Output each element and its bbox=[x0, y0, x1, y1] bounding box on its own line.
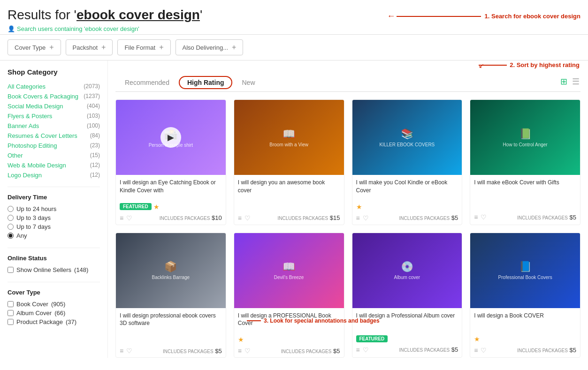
menu-icon-6[interactable]: ≡ bbox=[238, 347, 242, 355]
featured-badge-7: FEATURED bbox=[356, 335, 388, 342]
price-section-8: INCLUDES PACKAGES $5 bbox=[517, 347, 576, 354]
footer-actions-6: ≡ ♡ bbox=[238, 347, 251, 355]
badge-row-8: ★ bbox=[470, 333, 580, 345]
sidebar-item-label[interactable]: Photoshop Editing bbox=[8, 142, 57, 149]
sidebar-item-other[interactable]: Other (15) bbox=[8, 151, 100, 160]
user-search-text[interactable]: Search users containing 'ebook cover des… bbox=[17, 25, 139, 32]
sidebar-item-count: (12) bbox=[90, 172, 100, 179]
sidebar-item-photoshop[interactable]: Photoshop Editing (23) bbox=[8, 141, 100, 151]
product-card-4[interactable]: 📗 How to Control Anger I will make eBook… bbox=[470, 99, 580, 225]
view-toggle: ⊞ ☰ bbox=[559, 76, 580, 91]
delivery-7d[interactable]: Up to 7 days bbox=[8, 222, 100, 231]
list-view-button[interactable]: ☰ bbox=[571, 76, 580, 88]
grid-view-button[interactable]: ⊞ bbox=[559, 76, 568, 88]
product-thumb-4: 📗 How to Control Anger bbox=[470, 100, 580, 175]
menu-icon-1[interactable]: ≡ bbox=[120, 214, 123, 222]
price-7: $5 bbox=[451, 346, 458, 353]
sidebar-item-resumes[interactable]: Resumes & Cover Letters (84) bbox=[8, 131, 100, 141]
product-body-8: I will design a Book COVER bbox=[470, 308, 580, 333]
footer-actions-2: ≡ ♡ bbox=[238, 214, 251, 222]
sidebar-item-label[interactable]: Social Media Design bbox=[8, 103, 63, 110]
sidebar-item-all-categories[interactable]: All Categories (2073) bbox=[8, 82, 100, 91]
sidebar-item-label[interactable]: Book Covers & Packaging bbox=[8, 93, 78, 100]
tab-high-rating[interactable]: High Rating bbox=[179, 76, 233, 89]
cover-type-product[interactable]: Product Package (37) bbox=[8, 317, 100, 326]
sidebar-item-label[interactable]: Flyers & Posters bbox=[8, 113, 52, 120]
sidebar-item-count: (2073) bbox=[84, 83, 100, 90]
product-card-5[interactable]: 📦 Backlinks Barrage I will design profes… bbox=[115, 233, 226, 358]
heart-icon-1[interactable]: ♡ bbox=[126, 214, 132, 222]
product-card-2[interactable]: 📖 Broom with a View I will design you an… bbox=[234, 99, 344, 225]
tab-new[interactable]: New bbox=[232, 75, 264, 91]
sidebar-item-label[interactable]: Web & Mobile Design bbox=[8, 162, 66, 169]
sidebar-item-banner-ads[interactable]: Banner Ads (100) bbox=[8, 121, 100, 131]
heart-icon-4[interactable]: ♡ bbox=[481, 213, 487, 221]
price-2: $15 bbox=[330, 214, 340, 221]
menu-icon-3[interactable]: ≡ bbox=[356, 214, 360, 222]
heart-icon-3[interactable]: ♡ bbox=[363, 214, 369, 222]
product-title-2: I will design you an awesome book cover bbox=[238, 179, 340, 195]
sidebar-item-label[interactable]: Resumes & Cover Letters bbox=[8, 132, 77, 139]
plus-icon: + bbox=[101, 43, 106, 52]
delivery-any[interactable]: Any bbox=[8, 231, 100, 240]
menu-icon-7[interactable]: ≡ bbox=[356, 346, 360, 354]
badge-row-2 bbox=[234, 201, 344, 212]
footer-actions-7: ≡ ♡ bbox=[356, 346, 369, 354]
product-card-1[interactable]: 📸 Person in purple shirt ▶ I will design… bbox=[115, 99, 226, 225]
filter-file-format[interactable]: File Format + bbox=[117, 39, 170, 55]
sidebar-item-label[interactable]: Banner Ads bbox=[8, 122, 39, 129]
delivery-3d[interactable]: Up to 3 days bbox=[8, 213, 100, 222]
delivery-time-section: Delivery Time Up to 24 hours Up to 3 day… bbox=[8, 194, 100, 240]
tab-recommended[interactable]: Recommended bbox=[115, 75, 179, 91]
heart-icon-2[interactable]: ♡ bbox=[244, 214, 251, 222]
cover-type-book[interactable]: Book Cover (905) bbox=[8, 300, 100, 309]
badge-row-1: FEATURED ★ 3. Look for special annotatio… bbox=[116, 201, 226, 212]
star-badge-8: ★ bbox=[474, 335, 480, 343]
price-section-6: INCLUDES PACKAGES $5 bbox=[281, 347, 340, 355]
menu-icon-8[interactable]: ≡ bbox=[474, 347, 478, 354]
badge-row-7: FEATURED bbox=[352, 333, 462, 344]
badge-row-5 bbox=[116, 334, 226, 345]
cover-type-book-count: (905) bbox=[51, 301, 65, 308]
product-card-7[interactable]: 💿 Album cover I will design a Profession… bbox=[352, 233, 463, 358]
filter-packshot[interactable]: Packshot + bbox=[66, 39, 113, 55]
sidebar-title: Shop Category bbox=[8, 68, 100, 76]
sidebar-item-label[interactable]: Other bbox=[8, 152, 23, 159]
sidebar-item-flyers-posters[interactable]: Flyers & Posters (103) bbox=[8, 111, 100, 121]
results-title: Results for 'ebook cover design' bbox=[8, 8, 202, 23]
menu-icon-2[interactable]: ≡ bbox=[238, 214, 242, 222]
delivery-24h[interactable]: Up to 24 hours bbox=[8, 204, 100, 213]
sidebar-item-label[interactable]: Logo Design bbox=[8, 172, 42, 179]
online-status-title: Online Status bbox=[8, 255, 100, 262]
menu-icon-4[interactable]: ≡ bbox=[474, 213, 478, 221]
product-card-6[interactable]: 📖 Devil's Breeze I will design a PROFESS… bbox=[234, 233, 344, 358]
filter-label: Packshot bbox=[73, 44, 98, 51]
star-badge-3: ★ bbox=[356, 203, 362, 211]
cover-type-album[interactable]: Album Cover (66) bbox=[8, 309, 100, 317]
product-thumb-7: 💿 Album cover bbox=[352, 233, 462, 308]
heart-icon-6[interactable]: ♡ bbox=[244, 347, 251, 355]
product-card-3[interactable]: 📚 KILLER EBOOK COVERS I will make you Co… bbox=[352, 99, 463, 225]
play-button-1[interactable]: ▶ bbox=[160, 127, 181, 148]
includes-packages-label-7: INCLUDES PACKAGES bbox=[399, 347, 450, 353]
sidebar-item-social-media[interactable]: Social Media Design (404) bbox=[8, 101, 100, 111]
online-sellers-checkbox[interactable]: Show Online Sellers (148) bbox=[8, 265, 100, 274]
filter-also-delivering[interactable]: Also Delivering... + bbox=[176, 39, 244, 55]
heart-icon-8[interactable]: ♡ bbox=[481, 347, 487, 354]
menu-icon-5[interactable]: ≡ bbox=[120, 347, 123, 355]
filter-cover-type[interactable]: Cover Type + bbox=[8, 39, 61, 55]
sidebar-item-logo[interactable]: Logo Design (12) bbox=[8, 170, 100, 180]
heart-icon-7[interactable]: ♡ bbox=[363, 346, 369, 354]
price-section-2: INCLUDES PACKAGES $15 bbox=[278, 214, 340, 221]
product-footer-5: ≡ ♡ INCLUDES PACKAGES $5 bbox=[116, 345, 226, 357]
price-8: $5 bbox=[570, 347, 576, 354]
annotation-1-label: 1. Search for ebook cover design bbox=[485, 13, 580, 20]
includes-packages-label-6: INCLUDES PACKAGES bbox=[281, 349, 332, 354]
user-search-link[interactable]: 👤 Search users containing 'ebook cover d… bbox=[8, 25, 202, 32]
sidebar-item-book-covers[interactable]: Book Covers & Packaging (1237) bbox=[8, 91, 100, 101]
product-card-8[interactable]: 📘 Professional Book Covers I will design… bbox=[470, 233, 580, 358]
sidebar-item-label[interactable]: All Categories bbox=[8, 83, 46, 90]
heart-icon-5[interactable]: ♡ bbox=[126, 347, 132, 355]
sidebar-item-web-mobile[interactable]: Web & Mobile Design (12) bbox=[8, 160, 100, 170]
product-body-3: I will make you Cool Kindle or eBook Cov… bbox=[352, 175, 462, 201]
